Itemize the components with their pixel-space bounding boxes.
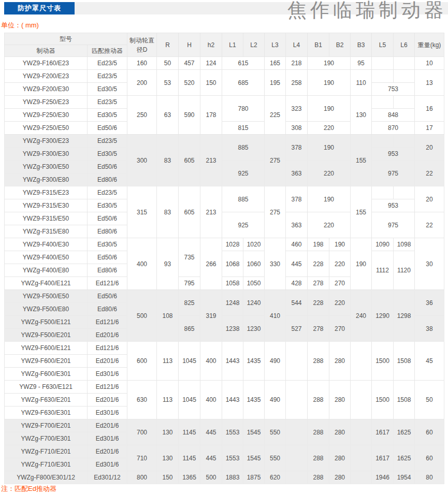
value-cell: 500: [200, 471, 222, 484]
value-cell: 17: [415, 122, 444, 135]
value-cell: 490: [265, 342, 286, 381]
value-cell: 1883: [222, 471, 243, 484]
value-cell: 400: [200, 381, 222, 419]
model-cell: YWZ9-F700/E201: [5, 419, 88, 432]
value-cell: Ed121/6: [88, 277, 127, 290]
value-cell: 460: [286, 238, 308, 251]
model-cell: YWZ9-F600/E201: [5, 355, 88, 368]
model-cell: YWZg-F400/E121: [5, 277, 88, 290]
value-cell: 615: [222, 57, 265, 70]
column-header-dim: L3: [265, 33, 286, 57]
value-cell: 378: [286, 186, 308, 212]
tab-size-table[interactable]: 防护罩尺寸表: [4, 2, 75, 14]
value-cell: 1230: [243, 316, 265, 342]
value-cell: 60: [415, 419, 444, 445]
model-cell: YWZ9-F200/E30: [5, 83, 88, 96]
value-cell: 300: [127, 135, 157, 186]
value-cell: 275: [265, 186, 286, 238]
value-cell: 1298: [394, 290, 415, 342]
spec-table-body: YWZ9-F160/E23Ed23/5160504571246151652181…: [5, 57, 444, 484]
table-row: YWZg-F300/E50Ed50/692536322097522: [5, 161, 444, 173]
value-cell: 288: [308, 381, 329, 419]
value-cell: 445: [200, 419, 222, 445]
value-cell: 1625: [394, 445, 415, 471]
model-cell: YWZ9-F250/E30: [5, 109, 88, 122]
value-cell: Ed30/5: [88, 148, 127, 161]
value-cell: 1045: [179, 381, 200, 419]
table-row: YWZ9-F250/E23Ed23/5250635901787802253231…: [5, 96, 444, 109]
value-cell: 1954: [394, 471, 415, 484]
watermark-text: 焦作临瑞制动器: [287, 1, 447, 20]
value-cell: 53: [157, 70, 179, 96]
value-cell: 288: [308, 471, 329, 484]
value-cell: Ed80/6: [88, 225, 127, 238]
value-cell: 1625: [394, 419, 415, 445]
value-cell: Ed23/5: [88, 186, 127, 199]
value-cell: 363: [286, 161, 308, 186]
value-cell: 600: [127, 342, 157, 381]
value-cell: 1098: [394, 238, 415, 251]
table-row: YWZ9-F315/E23Ed23/5315836052138852753781…: [5, 186, 444, 199]
value-cell: Ed80/6: [88, 264, 127, 277]
column-header-dim: h2: [200, 33, 222, 57]
value-cell: Ed80/6: [88, 303, 127, 316]
value-cell: 544: [286, 290, 308, 316]
model-cell: YWZ9-F250/E23: [5, 96, 88, 109]
value-cell: Ed30/5: [88, 238, 127, 251]
value-cell: 13: [415, 70, 444, 96]
value-cell: 195: [265, 70, 286, 96]
model-cell: YWZ9-F250/E50: [5, 122, 88, 135]
column-header-model: 型号: [5, 33, 127, 45]
column-header-thruster: 匹配推动器: [88, 45, 127, 57]
table-row: YWZ9-F400/E50Ed50/6106810604452282201112…: [5, 251, 444, 264]
value-cell: 218: [286, 57, 308, 70]
value-cell: 1045: [179, 342, 200, 381]
value-cell: Ed23/5: [88, 135, 127, 148]
value-cell: 490: [265, 381, 286, 419]
value-cell: 45: [415, 342, 444, 381]
value-cell: 36: [415, 290, 444, 316]
table-row: YWZ9-F250/E50Ed50/681530822087017: [5, 122, 444, 135]
value-cell: 445: [200, 445, 222, 471]
value-cell: 220: [308, 212, 351, 238]
value-cell: 30: [415, 238, 444, 290]
value-cell: 60: [415, 445, 444, 471]
model-cell: YWZ9-F315/E30: [5, 199, 88, 212]
value-cell: Ed201/6: [88, 394, 127, 406]
model-cell: YWZg-F500/E121: [5, 316, 88, 329]
value-cell: Ed201/6: [88, 419, 127, 432]
value-cell: [351, 342, 372, 381]
value-cell: 1553: [222, 419, 243, 445]
column-header-dim: L6: [394, 33, 415, 57]
value-cell: 1365: [179, 471, 200, 484]
value-cell: 378: [286, 135, 308, 161]
value-cell: [394, 186, 415, 199]
value-cell: 685: [222, 70, 265, 96]
value-cell: 1500: [372, 342, 394, 381]
value-cell: 50: [157, 57, 179, 70]
value-cell: Ed301/6: [88, 406, 127, 419]
table-row: YWZ9-F700/E201Ed201/67001301145445155315…: [5, 419, 444, 432]
value-cell: 308: [286, 122, 308, 135]
value-cell: 630: [127, 381, 157, 419]
page-root: { "page": { "tab_label": "防护罩尺寸表", "wate…: [0, 0, 448, 494]
value-cell: 228: [308, 251, 329, 277]
value-cell: 410: [265, 290, 286, 342]
value-cell: 1068: [222, 251, 243, 277]
value-cell: 258: [286, 70, 308, 96]
value-cell: 870: [372, 122, 415, 135]
value-cell: [394, 96, 415, 109]
value-cell: 848: [372, 109, 415, 122]
value-cell: 815: [222, 122, 265, 135]
value-cell: 190: [308, 135, 351, 161]
value-cell: 155: [351, 135, 372, 186]
value-cell: 150: [157, 471, 179, 484]
spec-table-head: 型号制动轮直径DRHh2L1L2L3L4B1B2B3L5L6重量(kg)制动器匹…: [5, 33, 444, 57]
value-cell: 865: [179, 316, 200, 342]
value-cell: 178: [200, 96, 222, 135]
value-cell: 1946: [372, 471, 394, 484]
value-cell: 1553: [222, 445, 243, 471]
model-cell: YWZ9-F315/E23: [5, 186, 88, 199]
value-cell: 323: [286, 96, 308, 122]
value-cell: 130: [157, 445, 179, 471]
